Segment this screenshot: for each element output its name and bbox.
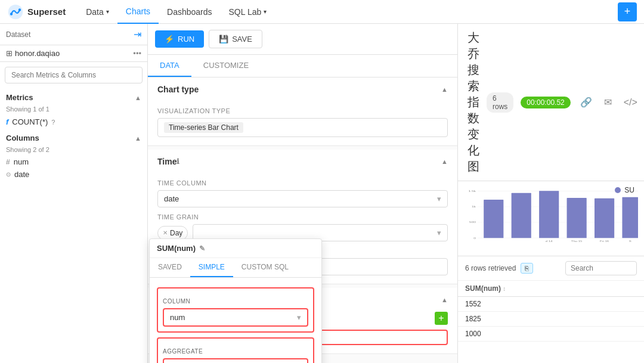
code-icon[interactable]: </> — [621, 97, 640, 108]
svg-text:1k: 1k — [472, 205, 476, 208]
popup-column-label: COLUMN — [163, 298, 308, 305]
metrics-chevron-icon: ▲ — [135, 94, 141, 101]
svg-rect-15 — [595, 198, 614, 238]
metric-editor-popup: SUM(num) ✎ SAVED SIMPLE CUSTOM SQL COLUM… — [149, 238, 322, 363]
tab-data[interactable]: DATA — [148, 55, 191, 77]
data-table-section: 6 rows retrieved ⎘ SUM(num) ↕ 1552 — [458, 256, 644, 363]
columns-chevron-icon: ▲ — [135, 135, 141, 142]
nav-dashboards[interactable]: Dashboards — [159, 0, 221, 24]
dots-icon[interactable]: ••• — [133, 49, 141, 58]
data-table-header: 6 rows retrieved ⎘ — [458, 256, 644, 281]
popup-tab-saved[interactable]: SAVED — [150, 258, 190, 277]
run-save-row: ⚡ RUN 💾 SAVE — [148, 24, 457, 55]
metric-count-label: COUNT(*) — [12, 117, 48, 126]
svg-rect-13 — [539, 191, 559, 238]
time-grain-label: TIME GRAIN — [157, 213, 448, 221]
share-icon[interactable]: 🔗 — [578, 97, 595, 108]
time-grain-x-icon[interactable]: ✕ — [163, 229, 168, 236]
popup-aggregate-section: AGGREGATE SUM ▾ — [157, 337, 314, 363]
sum-num-column-header[interactable]: SUM(num) ↕ — [458, 281, 644, 297]
add-button[interactable]: + — [618, 2, 637, 21]
chart-type-section: Chart type ▲ VISUALIZATION TYPE Time-ser… — [148, 77, 457, 146]
popup-column-select[interactable]: num ▾ — [163, 308, 308, 327]
time-grain-pill[interactable]: ✕ Day — [157, 226, 188, 240]
table-search-input[interactable] — [565, 261, 637, 275]
nav-data[interactable]: Data ▾ — [78, 0, 117, 24]
data-chevron-icon: ▾ — [106, 8, 109, 15]
time-title: Time — [157, 157, 177, 166]
sqllab-chevron-icon: ▾ — [264, 8, 267, 15]
viz-type-select[interactable]: Time-series Bar Chart — [157, 118, 448, 137]
query-chevron-icon: ▲ — [441, 296, 448, 303]
columns-section-header[interactable]: Columns ▲ — [0, 129, 147, 145]
sort-icon[interactable]: ↕ — [503, 286, 506, 292]
popup-title-text: SUM(num) — [157, 244, 196, 253]
rows-retrieved-label: 6 rows retrieved — [465, 264, 516, 272]
grid-icon: ⊞ — [6, 49, 13, 58]
bar-chart-svg: 1.5k 1k 500 0 — [464, 187, 638, 250]
column-date[interactable]: ⊙ date — [0, 168, 147, 181]
metrics-section-header[interactable]: Metrics ▲ — [0, 88, 147, 104]
rows-badge: 6 rows — [487, 92, 513, 113]
svg-point-1 — [10, 13, 13, 15]
chart-type-body: VISUALIZATION TYPE Time-series Bar Chart — [148, 107, 457, 145]
run-button[interactable]: ⚡ RUN — [155, 30, 204, 48]
time-section-header[interactable]: Time ℹ ▲ — [148, 150, 457, 173]
nav-charts[interactable]: Charts — [117, 0, 159, 24]
popup-col-chevron-icon: ▾ — [297, 313, 301, 322]
popup-title-row: SUM(num) ✎ — [150, 239, 321, 258]
add-metric-button[interactable]: + — [435, 312, 448, 325]
chart-legend: SU — [615, 186, 634, 194]
nav-sqllab[interactable]: SQL Lab ▾ — [221, 0, 275, 24]
popup-aggregate-select[interactable]: SUM ▾ — [163, 358, 308, 363]
svg-rect-11 — [484, 200, 503, 238]
tab-customize[interactable]: CUSTOMIZE — [191, 55, 261, 77]
svg-text:500: 500 — [469, 221, 476, 224]
save-button[interactable]: 💾 SAVE — [209, 30, 262, 48]
chart-type-chevron-icon: ▲ — [441, 86, 448, 93]
copy-button[interactable]: ⎘ — [521, 263, 533, 274]
time-col-chevron-icon: ▾ — [437, 194, 441, 203]
popup-aggregate-label: AGGREGATE — [163, 348, 308, 355]
date-circle-icon: ⊙ — [6, 171, 11, 178]
left-panel: Dataset ⇥ ⊞ honor.daqiao ••• Metrics ▲ S… — [0, 24, 148, 363]
popup-body: COLUMN num ▾ AGGREGATE SUM ▾ — [150, 278, 321, 363]
column-num[interactable]: # num — [0, 156, 147, 168]
popup-edit-icon[interactable]: ✎ — [199, 244, 205, 253]
viz-type-value: Time-series Bar Chart — [164, 122, 243, 133]
metric-info-icon[interactable]: ? — [51, 119, 55, 126]
middle-tabs: DATA CUSTOMIZE — [148, 55, 457, 77]
dataset-pin-icon[interactable]: ⇥ — [134, 29, 141, 40]
time-chevron-icon: ▲ — [441, 158, 448, 165]
table-row: 1825 — [458, 312, 644, 327]
email-icon[interactable]: ✉ — [602, 97, 614, 108]
logo[interactable]: Superset — [7, 4, 66, 20]
row-sum-num: 1825 — [458, 312, 644, 327]
chart-title: 大乔搜索指数变化图 — [467, 30, 479, 175]
row-sum-num: 1552 — [458, 297, 644, 312]
metric-count-star[interactable]: f COUNT(*) ? — [0, 115, 147, 129]
svg-text:d 14: d 14 — [546, 240, 553, 243]
legend-dot — [615, 187, 621, 193]
data-table: SUM(num) ↕ 1552 1825 1000 — [458, 281, 644, 342]
svg-rect-14 — [567, 198, 587, 238]
time-info-icon: ℹ — [177, 157, 179, 166]
svg-rect-16 — [622, 197, 638, 238]
time-column-select[interactable]: date ▾ — [157, 190, 448, 207]
chart-type-header[interactable]: Chart type ▲ — [148, 77, 457, 101]
metrics-showing: Showing 1 of 1 — [0, 104, 147, 115]
table-header-row: SUM(num) ↕ — [458, 281, 644, 297]
table-row: 1552 — [458, 297, 644, 312]
superset-logo-icon — [7, 4, 24, 20]
metrics-label: Metrics — [6, 93, 33, 102]
popup-tab-simple[interactable]: SIMPLE — [190, 258, 233, 277]
chart-area: SU 1.5k 1k 500 0 — [458, 181, 644, 256]
svg-rect-12 — [512, 193, 531, 238]
time-badge: 00:00:00.52 — [521, 97, 570, 108]
dataset-name-row: ⊞ honor.daqiao ••• — [0, 45, 147, 62]
table-row: 1000 — [458, 327, 644, 342]
search-metrics-input[interactable] — [5, 67, 143, 83]
lightning-icon: ⚡ — [165, 35, 174, 44]
date-column-label: date — [14, 170, 29, 179]
popup-tab-customsql[interactable]: CUSTOM SQL — [233, 258, 297, 277]
